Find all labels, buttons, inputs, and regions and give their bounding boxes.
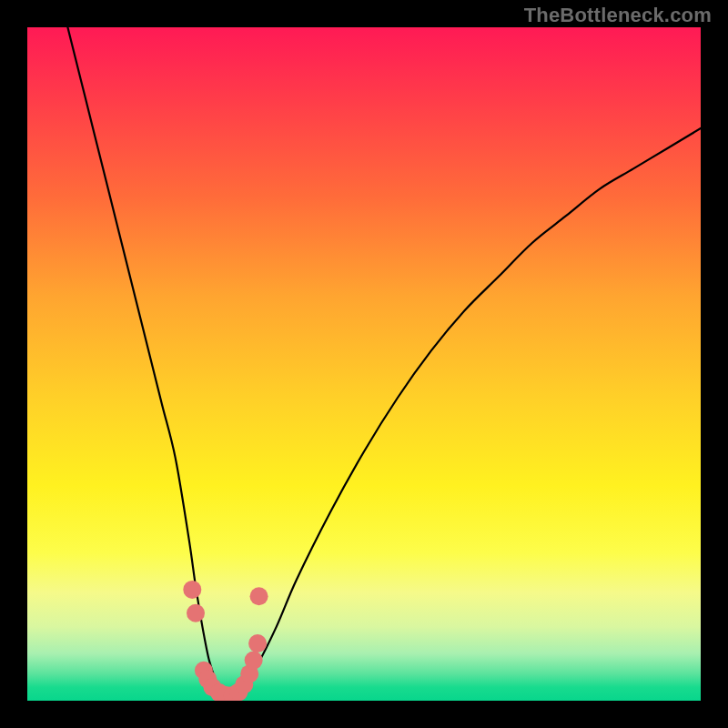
bottleneck-curve [67, 27, 701, 695]
curve-layer [27, 27, 701, 701]
data-marker [187, 604, 205, 622]
data-marker [183, 581, 201, 599]
plot-area [27, 27, 701, 701]
marker-group [183, 581, 268, 701]
data-marker [248, 634, 267, 652]
chart-frame: TheBottleneck.com [0, 0, 728, 728]
data-marker [250, 587, 268, 605]
watermark-text: TheBottleneck.com [524, 4, 712, 27]
data-marker [245, 652, 263, 670]
